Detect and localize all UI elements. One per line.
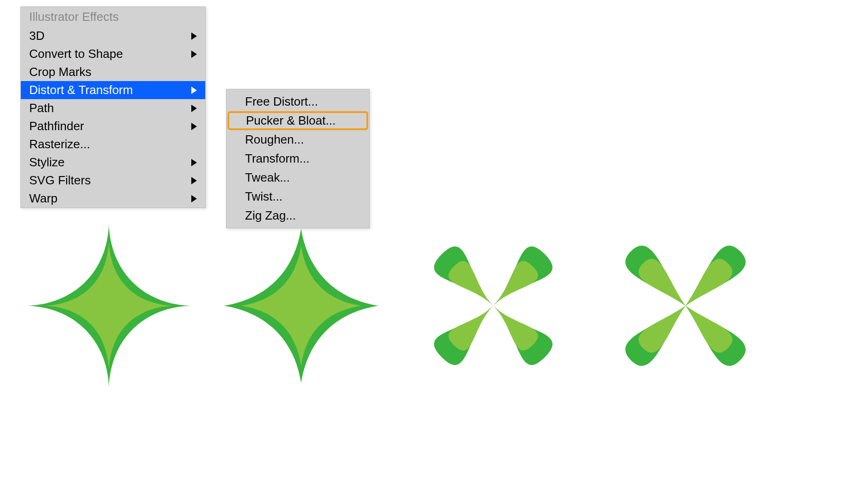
bloat-shape-strong [600, 218, 771, 394]
submenu-item-label: Transform... [245, 151, 309, 165]
menu-item-svg-filters[interactable]: SVG Filters [21, 171, 205, 189]
menu-item-label: Warp [29, 191, 57, 206]
menu-item-distort-and-transform[interactable]: Distort & Transform [21, 81, 205, 99]
submenu-item-transform[interactable]: Transform... [226, 149, 369, 168]
chevron-right-icon [191, 32, 197, 40]
menu-item-rasterize[interactable]: Rasterize... [21, 135, 205, 153]
effects-menu: Illustrator Effects 3D Convert to Shape … [20, 6, 206, 208]
chevron-right-icon [191, 177, 197, 184]
menu-item-convert-to-shape[interactable]: Convert to Shape [21, 45, 205, 63]
submenu-item-free-distort[interactable]: Free Distort... [226, 92, 369, 111]
menu-item-label: 3D [29, 29, 44, 43]
menu-item-label: SVG Filters [29, 173, 91, 188]
menu-item-label: Crop Marks [29, 65, 91, 79]
chevron-right-icon [191, 105, 197, 112]
menu-header: Illustrator Effects [21, 7, 205, 27]
menu-item-label: Pathfinder [29, 119, 84, 133]
menu-item-label: Rasterize... [29, 137, 90, 151]
distort-transform-submenu: Free Distort... Pucker & Bloat... Roughe… [226, 89, 370, 228]
submenu-item-label: Roughen... [245, 132, 304, 146]
submenu-item-twist[interactable]: Twist... [226, 187, 369, 206]
submenu-item-tweak[interactable]: Tweak... [226, 168, 369, 187]
example-shapes-row [23, 218, 771, 394]
submenu-item-roughen[interactable]: Roughen... [226, 130, 369, 149]
submenu-item-label: Tweak... [245, 170, 290, 184]
submenu-item-pucker-and-bloat[interactable]: Pucker & Bloat... [227, 111, 368, 130]
chevron-right-icon [191, 159, 197, 166]
chevron-right-icon [191, 50, 197, 58]
chevron-right-icon [191, 87, 197, 94]
submenu-item-label: Twist... [245, 189, 283, 203]
bloat-shape-mild [408, 218, 579, 394]
menu-item-path[interactable]: Path [21, 99, 205, 117]
submenu-item-label: Free Distort... [245, 94, 318, 108]
menu-item-label: Convert to Shape [29, 47, 123, 61]
submenu-item-label: Pucker & Bloat... [246, 113, 336, 127]
effects-menu-group: Illustrator Effects 3D Convert to Shape … [20, 6, 206, 208]
menu-item-label: Path [29, 101, 54, 115]
menu-item-3d[interactable]: 3D [21, 27, 205, 45]
menu-item-label: Distort & Transform [29, 83, 133, 97]
menu-item-stylize[interactable]: Stylize [21, 153, 205, 171]
menu-item-warp[interactable]: Warp [21, 189, 205, 208]
menu-item-crop-marks[interactable]: Crop Marks [21, 63, 205, 81]
menu-item-pathfinder[interactable]: Pathfinder [21, 117, 205, 135]
chevron-right-icon [191, 123, 197, 130]
chevron-right-icon [191, 195, 197, 202]
pucker-shape-strong [23, 218, 195, 394]
menu-item-label: Stylize [29, 155, 65, 170]
pucker-shape-mild [215, 218, 387, 394]
